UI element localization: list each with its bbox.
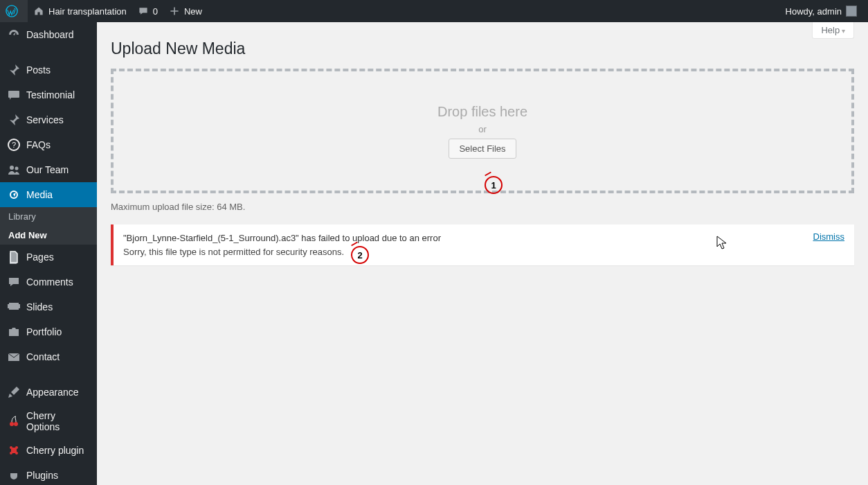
submenu-library[interactable]: Library bbox=[0, 207, 97, 226]
submenu-add-new[interactable]: Add New bbox=[0, 226, 97, 245]
menu-posts[interactable]: Posts bbox=[0, 58, 97, 82]
menu-dashboard[interactable]: Dashboard bbox=[0, 22, 97, 47]
admin-sidebar: Dashboard Posts Testimonial Services FAQ… bbox=[0, 22, 97, 279]
dismiss-link[interactable]: Dismiss bbox=[813, 231, 845, 242]
main-content: Help Upload New Media Drop files here or… bbox=[97, 22, 868, 279]
plus-icon bbox=[169, 6, 180, 17]
avatar-icon bbox=[846, 6, 857, 17]
drop-instructions: Drop files here bbox=[437, 104, 527, 120]
admin-bar: Hair transplantation 0 New Howdy, admin bbox=[0, 0, 868, 22]
account-link[interactable]: Howdy, admin bbox=[780, 0, 862, 22]
comments-count: 0 bbox=[153, 6, 158, 17]
home-icon bbox=[33, 6, 44, 17]
new-label: New bbox=[184, 6, 202, 17]
comments-link[interactable]: 0 bbox=[132, 0, 163, 22]
error-line2: Sorry, this file type is not permitted f… bbox=[123, 245, 441, 259]
upload-dropzone[interactable]: Drop files here or Select Files bbox=[111, 69, 854, 193]
media-submenu: Library Add New bbox=[0, 207, 97, 245]
menu-testimonial[interactable]: Testimonial bbox=[0, 82, 97, 107]
menu-comments[interactable]: Comments bbox=[0, 270, 97, 279]
new-content-link[interactable]: New bbox=[163, 0, 208, 22]
menu-faqs[interactable]: FAQs bbox=[0, 132, 97, 157]
menu-media[interactable]: Media bbox=[0, 182, 97, 207]
howdy-text: Howdy, admin bbox=[786, 6, 842, 17]
drop-or-text: or bbox=[478, 124, 487, 134]
page-title: Upload New Media bbox=[111, 39, 854, 58]
menu-pages[interactable]: Pages bbox=[0, 245, 97, 270]
menu-our-team[interactable]: Our Team bbox=[0, 157, 97, 182]
wp-logo[interactable] bbox=[0, 0, 28, 22]
menu-services[interactable]: Services bbox=[0, 107, 97, 132]
upload-error-notice: "Bjorn_Lynne-Starfield_(5-1_Surround).ac… bbox=[111, 224, 854, 265]
help-tab[interactable]: Help bbox=[812, 22, 854, 39]
comment-icon bbox=[138, 6, 149, 17]
select-files-button[interactable]: Select Files bbox=[449, 139, 516, 159]
site-name: Hair transplantation bbox=[48, 6, 127, 17]
site-name-link[interactable]: Hair transplantation bbox=[28, 0, 132, 22]
error-line1: "Bjorn_Lynne-Starfield_(5-1_Surround).ac… bbox=[123, 231, 441, 245]
max-upload-size: Maximum upload file size: 64 MB. bbox=[111, 202, 854, 212]
